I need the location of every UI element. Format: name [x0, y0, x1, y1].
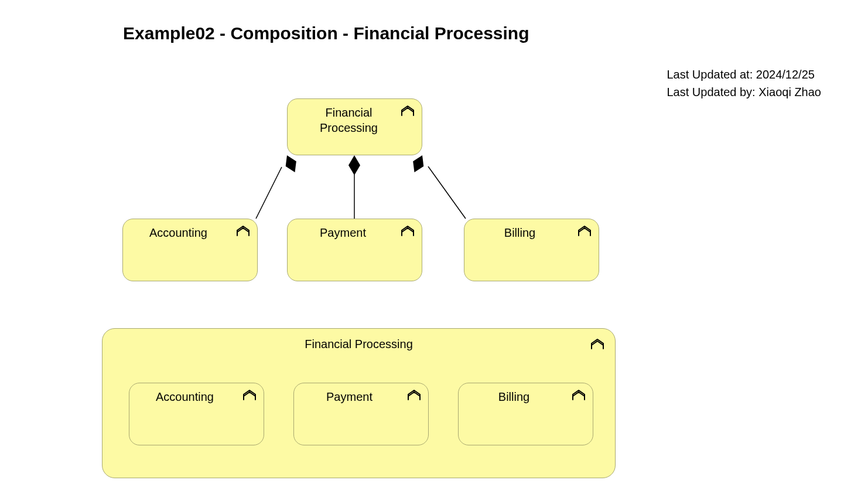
- function-box-billing: Billing: [464, 219, 599, 281]
- nested-function-billing: Billing: [458, 383, 593, 445]
- svg-marker-3: [348, 155, 360, 175]
- page-title: Example02 - Composition - Financial Proc…: [123, 23, 529, 43]
- business-function-icon: [401, 225, 415, 240]
- container-title: Financial Processing: [305, 338, 413, 351]
- nested-function-payment: Payment: [293, 383, 429, 445]
- function-box-financial-processing: Financial Processing: [287, 98, 422, 155]
- svg-line-4: [428, 166, 466, 219]
- business-function-icon: [577, 225, 592, 240]
- last-updated-by: Last Updated by: Xiaoqi Zhao: [667, 83, 821, 101]
- business-function-icon: [590, 338, 604, 352]
- business-function-icon: [572, 389, 586, 404]
- function-box-accounting: Accounting: [122, 219, 258, 281]
- last-updated-at: Last Updated at: 2024/12/25: [667, 66, 821, 83]
- business-function-icon: [407, 389, 421, 404]
- business-function-icon: [401, 105, 415, 120]
- business-function-icon: [236, 225, 250, 240]
- nested-function-accounting: Accounting: [129, 383, 264, 445]
- svg-marker-1: [282, 153, 300, 175]
- container-financial-processing: Financial Processing Accounting Payment …: [102, 328, 616, 478]
- function-box-payment: Payment: [287, 219, 422, 281]
- svg-marker-5: [409, 153, 428, 175]
- business-function-icon: [242, 389, 257, 404]
- meta-block: Last Updated at: 2024/12/25 Last Updated…: [667, 66, 821, 101]
- svg-line-0: [256, 167, 282, 219]
